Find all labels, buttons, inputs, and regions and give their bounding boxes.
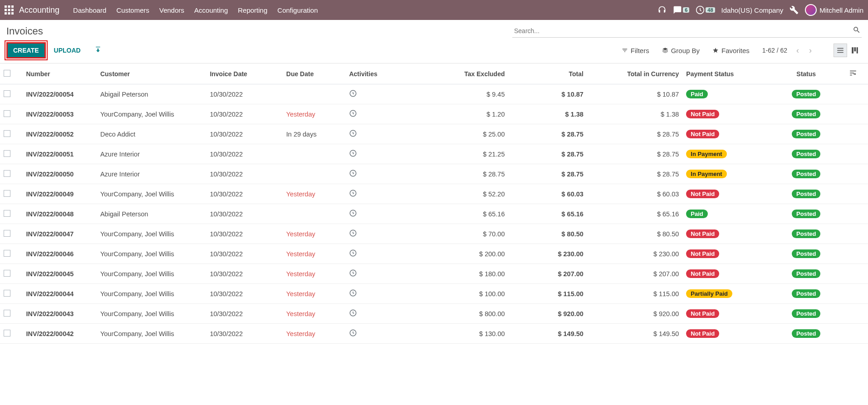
row-checkbox[interactable] [4, 210, 10, 217]
support-icon[interactable] [657, 5, 667, 15]
select-all-checkbox[interactable] [4, 70, 10, 77]
cell-activity[interactable] [345, 184, 413, 204]
row-checkbox[interactable] [4, 190, 10, 197]
table-row[interactable]: INV/2022/00053YourCompany, Joel Willis10… [0, 104, 868, 124]
cell-tax: $ 65.16 [413, 204, 508, 224]
pager-text[interactable]: 1-62 / 62 [762, 47, 787, 54]
nav-dashboard[interactable]: Dashboard [73, 6, 106, 14]
favorites-button[interactable]: Favorites [712, 47, 750, 54]
cell-activity[interactable] [345, 144, 413, 164]
cell-total: $ 28.75 [509, 164, 587, 184]
cell-activity[interactable] [345, 324, 413, 344]
cell-customer: Deco Addict [97, 124, 206, 144]
search-icon[interactable] [853, 26, 861, 34]
row-checkbox[interactable] [4, 270, 10, 277]
cell-status: Posted [767, 204, 845, 224]
cell-currency: $ 115.00 [587, 284, 682, 304]
cell-currency: $ 207.00 [587, 264, 682, 284]
pager-prev[interactable]: ‹ [792, 44, 804, 56]
nav-reporting[interactable]: Reporting [238, 6, 267, 14]
cell-payment-status: Paid [682, 84, 767, 104]
search-input[interactable] [512, 24, 862, 38]
table-row[interactable]: INV/2022/00052Deco Addict10/30/2022In 29… [0, 124, 868, 144]
cell-tax: $ 70.00 [413, 224, 508, 244]
table-row[interactable]: INV/2022/00054Abigail Peterson10/30/2022… [0, 84, 868, 104]
row-checkbox[interactable] [4, 330, 10, 337]
cell-tax: $ 9.45 [413, 84, 508, 104]
th-total-currency[interactable]: Total in Currency [587, 63, 682, 84]
row-checkbox[interactable] [4, 290, 10, 297]
table-row[interactable]: INV/2022/00049YourCompany, Joel Willis10… [0, 184, 868, 204]
cell-number: INV/2022/00051 [23, 144, 97, 164]
debug-icon[interactable] [790, 5, 799, 15]
cell-activity[interactable] [345, 204, 413, 224]
th-invoice-date[interactable]: Invoice Date [206, 63, 282, 84]
nav-vendors[interactable]: Vendors [159, 6, 184, 14]
cell-activity[interactable] [345, 124, 413, 144]
cell-payment-status: Not Paid [682, 184, 767, 204]
cell-currency: $ 920.00 [587, 304, 682, 324]
table-row[interactable]: INV/2022/00046YourCompany, Joel Willis10… [0, 244, 868, 264]
cell-activity[interactable] [345, 304, 413, 324]
messages-icon[interactable]: 6 [673, 5, 689, 15]
pager-next[interactable]: › [804, 44, 816, 56]
cell-number: INV/2022/00052 [23, 124, 97, 144]
upload-button[interactable]: UPLOAD [49, 44, 86, 57]
cell-due-date: In 29 days [283, 124, 346, 144]
cell-due-date [283, 204, 346, 224]
table-row[interactable]: INV/2022/00045YourCompany, Joel Willis10… [0, 264, 868, 284]
table-row[interactable]: INV/2022/00048Abigail Peterson10/30/2022… [0, 204, 868, 224]
th-payment-status[interactable]: Payment Status [682, 63, 767, 84]
cell-activity[interactable] [345, 264, 413, 284]
activities-icon[interactable]: 48 [696, 5, 715, 15]
th-due-date[interactable]: Due Date [283, 63, 346, 84]
row-checkbox[interactable] [4, 130, 10, 137]
cell-tax: $ 180.00 [413, 264, 508, 284]
row-checkbox[interactable] [4, 310, 10, 317]
company-switcher[interactable]: Idaho(US) Company [721, 6, 784, 14]
th-status[interactable]: Status [767, 63, 845, 84]
row-checkbox[interactable] [4, 170, 10, 177]
cell-total: $ 230.00 [509, 244, 587, 264]
row-checkbox[interactable] [4, 230, 10, 237]
user-menu[interactable]: Mitchell Admin [805, 4, 863, 16]
view-list-button[interactable] [834, 44, 847, 57]
th-number[interactable]: Number [23, 63, 97, 84]
table-row[interactable]: INV/2022/00051Azure Interior10/30/2022$ … [0, 144, 868, 164]
nav-accounting[interactable]: Accounting [194, 6, 228, 14]
app-title[interactable]: Accounting [19, 5, 59, 15]
nav-configuration[interactable]: Configuration [277, 6, 318, 14]
table-row[interactable]: INV/2022/00043YourCompany, Joel Willis10… [0, 304, 868, 324]
table-row[interactable]: INV/2022/00042YourCompany, Joel Willis10… [0, 324, 868, 344]
create-button[interactable]: CREATE [6, 42, 46, 59]
cell-currency: $ 28.75 [587, 124, 682, 144]
cell-activity[interactable] [345, 164, 413, 184]
row-checkbox[interactable] [4, 150, 10, 157]
cell-activity[interactable] [345, 224, 413, 244]
svg-rect-12 [857, 47, 858, 54]
row-checkbox[interactable] [4, 90, 10, 97]
row-checkbox[interactable] [4, 250, 10, 257]
cell-number: INV/2022/00047 [23, 224, 97, 244]
view-kanban-button[interactable] [848, 44, 862, 57]
row-checkbox[interactable] [4, 110, 10, 117]
column-settings-icon[interactable] [849, 69, 857, 77]
table-row[interactable]: INV/2022/00050Azure Interior10/30/2022$ … [0, 164, 868, 184]
th-activities[interactable]: Activities [345, 63, 413, 84]
cell-activity[interactable] [345, 284, 413, 304]
th-tax-excluded[interactable]: Tax Excluded [413, 63, 508, 84]
cell-activity[interactable] [345, 244, 413, 264]
group-by-button[interactable]: Group By [662, 47, 700, 54]
svg-rect-11 [854, 47, 856, 51]
th-total[interactable]: Total [509, 63, 587, 84]
download-icon[interactable] [94, 47, 102, 54]
cell-activity[interactable] [345, 84, 413, 104]
table-row[interactable]: INV/2022/00047YourCompany, Joel Willis10… [0, 224, 868, 244]
filters-button[interactable]: Filters [622, 47, 649, 54]
cell-activity[interactable] [345, 104, 413, 124]
apps-icon[interactable] [5, 5, 14, 15]
th-customer[interactable]: Customer [97, 63, 206, 84]
nav-customers[interactable]: Customers [116, 6, 149, 14]
cell-invoice-date: 10/30/2022 [206, 224, 282, 244]
table-row[interactable]: INV/2022/00044YourCompany, Joel Willis10… [0, 284, 868, 304]
